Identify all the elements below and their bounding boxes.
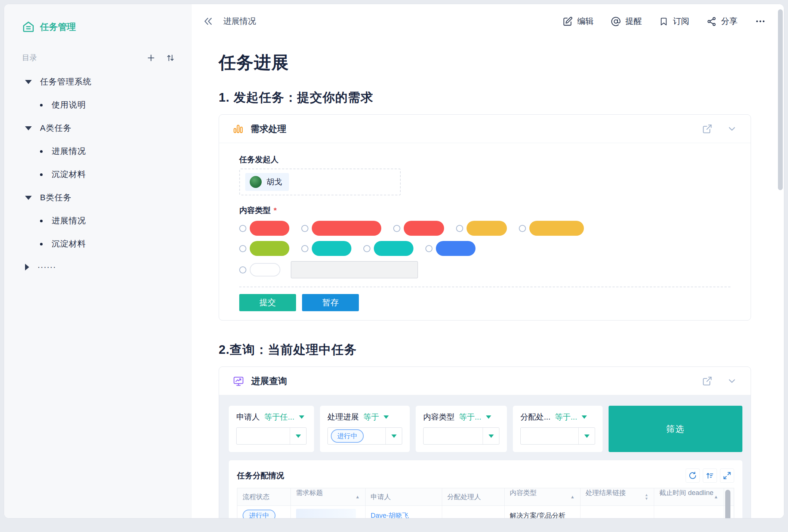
option-pill[interactable]: [374, 241, 413, 256]
table-column-header[interactable]: 截止时间 deadline▲: [654, 488, 724, 506]
dropdown-triangle-icon[interactable]: [384, 415, 389, 419]
filter-progress-select[interactable]: 进行中: [327, 427, 402, 445]
option-pill[interactable]: [436, 241, 475, 256]
sort-rows-button[interactable]: [703, 468, 717, 483]
content-type-option[interactable]: [456, 221, 507, 236]
filter-operator[interactable]: 等于任...: [264, 412, 295, 422]
subscribe-button[interactable]: 订阅: [659, 16, 689, 27]
radio-button[interactable]: [239, 266, 246, 273]
radio-button[interactable]: [393, 225, 400, 232]
radio-button[interactable]: [519, 225, 526, 232]
radio-button[interactable]: [301, 245, 308, 252]
option-pill[interactable]: [250, 241, 289, 256]
dropdown-triangle-icon: [489, 434, 494, 438]
triangle-down-icon[interactable]: [25, 80, 32, 84]
option-pill[interactable]: [312, 241, 351, 256]
edit-button[interactable]: 编辑: [563, 16, 594, 27]
content-type-option[interactable]: [393, 221, 444, 236]
add-page-icon[interactable]: [146, 53, 156, 63]
triangle-down-icon[interactable]: [25, 126, 32, 130]
sidebar-item[interactable]: 沉淀材料: [22, 163, 181, 186]
content-type-option[interactable]: [239, 241, 289, 256]
chevron-down-icon[interactable]: [727, 376, 737, 386]
filter-operator[interactable]: 等于: [363, 412, 379, 422]
radio-button[interactable]: [456, 225, 463, 232]
content-type-option[interactable]: [239, 221, 289, 236]
page-title: 任务进展: [219, 51, 751, 74]
sidebar-app-title[interactable]: 任务管理: [22, 21, 192, 33]
option-pill[interactable]: [250, 221, 289, 236]
column-label: 流程状态: [243, 493, 270, 501]
chevron-down-icon[interactable]: [727, 124, 737, 134]
sidebar-item[interactable]: 使用说明: [22, 93, 181, 117]
dropdown-triangle-icon[interactable]: [299, 415, 304, 419]
table-column-header[interactable]: 内容类型▲: [504, 488, 580, 506]
radio-button[interactable]: [239, 245, 246, 252]
triangle-right-icon[interactable]: [25, 264, 29, 270]
radio-button[interactable]: [239, 225, 246, 232]
more-button[interactable]: [755, 16, 766, 27]
sidebar-item[interactable]: B类任务: [22, 186, 181, 209]
content-type-option[interactable]: [519, 221, 584, 236]
content-type-option[interactable]: [239, 261, 418, 278]
applicant-link[interactable]: Dave-胡晓飞: [371, 512, 409, 519]
expand-button[interactable]: [720, 468, 734, 483]
initiator-label: 任务发起人: [239, 154, 730, 165]
sort-asc-icon[interactable]: ▲: [714, 488, 718, 505]
sort-both-icon[interactable]: ▲▼: [645, 488, 649, 505]
sidebar-item[interactable]: ······: [22, 256, 181, 279]
sort-asc-icon[interactable]: ▲: [355, 488, 360, 505]
filter-content-type-select[interactable]: [423, 427, 499, 445]
radio-button[interactable]: [425, 245, 433, 252]
option-pill[interactable]: [250, 263, 280, 276]
filter-assignee-select[interactable]: [520, 427, 595, 445]
initiator-field[interactable]: 胡戈: [239, 168, 401, 195]
dropdown-triangle-icon[interactable]: [582, 415, 587, 419]
sidebar-item[interactable]: 沉淀材料: [22, 232, 181, 256]
save-draft-button[interactable]: 暂存: [302, 294, 359, 311]
content-type-option[interactable]: [425, 241, 475, 256]
sidebar-item-label: 进展情况: [52, 146, 86, 157]
filter-operator[interactable]: 等于...: [555, 412, 578, 422]
refresh-button[interactable]: [686, 468, 700, 483]
filter-operator[interactable]: 等于...: [459, 412, 481, 422]
share-button[interactable]: 分享: [707, 16, 738, 27]
other-option-input[interactable]: [291, 261, 418, 278]
option-pill[interactable]: [312, 221, 381, 236]
sidebar-item[interactable]: 进展情况: [22, 140, 181, 163]
filter-button[interactable]: 筛选: [609, 406, 742, 452]
open-external-icon[interactable]: [702, 124, 712, 134]
content-type-option[interactable]: [301, 241, 351, 256]
breadcrumb: 进展情况: [223, 16, 256, 27]
table-column-header[interactable]: 需求标题▲: [290, 488, 365, 506]
dropdown-triangle-icon[interactable]: [486, 415, 491, 419]
content-type-option[interactable]: [301, 221, 381, 236]
sidebar-item-label: 沉淀材料: [52, 238, 86, 250]
option-pill[interactable]: [404, 221, 444, 236]
radio-button[interactable]: [363, 245, 370, 252]
sidebar-item[interactable]: A类任务: [22, 117, 181, 140]
content-type-option[interactable]: [363, 241, 413, 256]
topbar: 进展情况 编辑: [192, 4, 784, 38]
page-scrollbar[interactable]: [778, 9, 783, 190]
submit-button[interactable]: 提交: [239, 294, 296, 311]
person-chip[interactable]: 胡戈: [245, 173, 289, 191]
table-scrollbar[interactable]: [725, 490, 730, 518]
table-column-header: 申请人: [365, 488, 442, 506]
directory-label: 目录: [22, 53, 37, 63]
remind-button[interactable]: 提醒: [611, 16, 642, 27]
column-label: 截止时间 deadline: [659, 489, 714, 497]
option-pill[interactable]: [467, 221, 507, 236]
table-column-header[interactable]: 处理结果链接▲▼: [580, 488, 654, 506]
sidebar-item[interactable]: 进展情况: [22, 209, 181, 232]
triangle-down-icon[interactable]: [25, 196, 32, 200]
filter-applicant-select[interactable]: [236, 427, 307, 445]
open-external-icon[interactable]: [702, 376, 712, 386]
radio-button[interactable]: [301, 225, 308, 232]
sort-asc-icon[interactable]: ▲: [570, 488, 575, 505]
collapse-sidebar-icon[interactable]: [203, 16, 213, 27]
sidebar-item[interactable]: 任务管理系统: [22, 70, 181, 93]
bullet-icon: [40, 243, 43, 245]
option-pill[interactable]: [529, 221, 584, 236]
sort-order-icon[interactable]: [166, 53, 175, 63]
